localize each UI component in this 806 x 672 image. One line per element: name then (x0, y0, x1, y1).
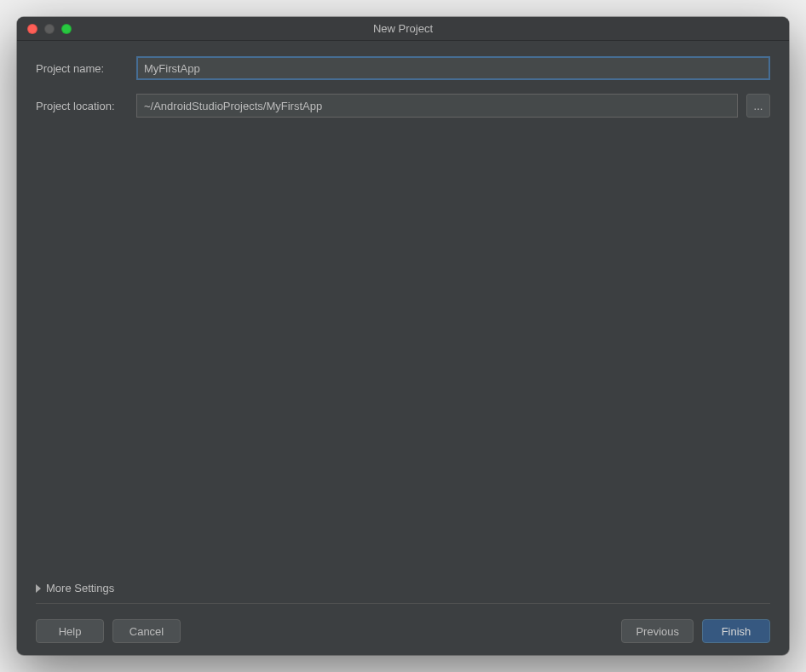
project-name-input[interactable] (136, 56, 770, 80)
help-button[interactable]: Help (36, 619, 104, 643)
content-spacer (36, 131, 770, 577)
ellipsis-icon: ... (754, 100, 763, 112)
dialog-content: Project name: Project location: ... More… (17, 41, 789, 655)
project-location-row: Project location: ... (36, 94, 770, 118)
titlebar[interactable]: New Project (17, 17, 789, 41)
finish-button[interactable]: Finish (702, 619, 770, 643)
browse-location-button[interactable]: ... (746, 94, 770, 118)
cancel-button[interactable]: Cancel (112, 619, 181, 643)
window-controls (17, 24, 72, 34)
more-settings-toggle[interactable]: More Settings (36, 577, 770, 604)
maximize-window-button[interactable] (61, 24, 72, 34)
button-bar: Help Cancel Previous Finish (36, 604, 770, 643)
project-name-label: Project name: (36, 62, 128, 75)
project-name-row: Project name: (36, 56, 770, 80)
close-window-button[interactable] (27, 24, 37, 34)
minimize-window-button[interactable] (44, 24, 55, 34)
project-location-label: Project location: (36, 100, 128, 112)
window-title: New Project (17, 22, 789, 35)
more-settings-label: More Settings (46, 582, 114, 594)
new-project-dialog: New Project Project name: Project locati… (17, 17, 789, 655)
chevron-right-icon (36, 584, 41, 593)
project-location-input[interactable] (136, 94, 738, 118)
previous-button[interactable]: Previous (621, 619, 694, 643)
